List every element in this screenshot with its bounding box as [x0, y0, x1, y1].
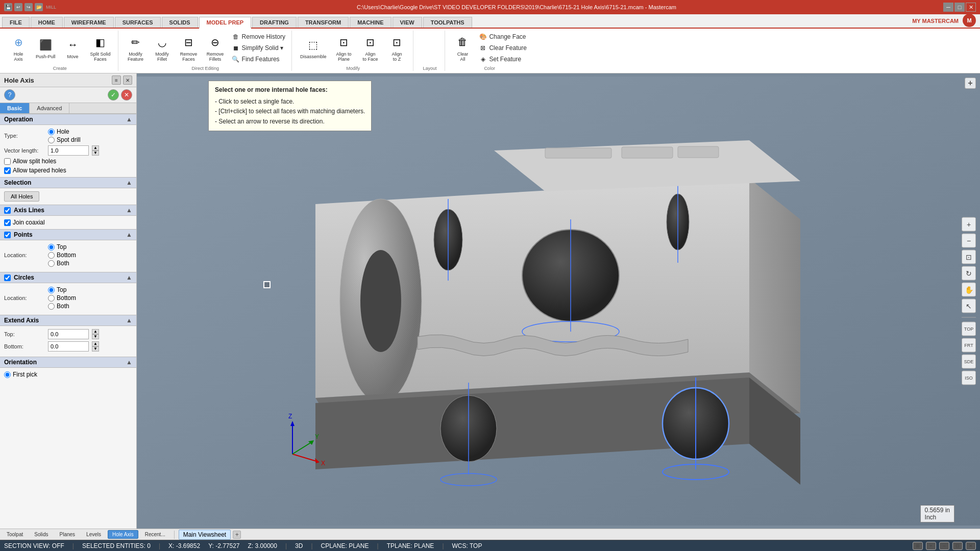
cancel-button[interactable]: ✕: [121, 89, 132, 101]
ok-button[interactable]: ✓: [108, 89, 119, 101]
view-top-button[interactable]: TOP: [962, 322, 976, 336]
clear-all-button[interactable]: 🗑 ClearAll: [450, 32, 475, 64]
remove-history-button[interactable]: 🗑 Remove History: [230, 32, 287, 42]
circles-top-radio[interactable]: [48, 287, 55, 293]
push-pull-button[interactable]: ⬛ Push-Pull: [33, 35, 59, 61]
extend-top-input[interactable]: [48, 329, 89, 339]
view-front-button[interactable]: FRT: [962, 338, 976, 353]
allow-split-holes-checkbox[interactable]: [4, 158, 11, 165]
bottom-tab-levels[interactable]: Levels: [82, 530, 106, 539]
vector-length-down[interactable]: ▼: [92, 151, 99, 156]
status-icon-3[interactable]: −: [939, 542, 949, 550]
tab-solids[interactable]: SOLIDS: [162, 17, 198, 28]
extend-axis-section-header[interactable]: Extend Axis ▲: [0, 315, 136, 326]
extend-bottom-down[interactable]: ▼: [92, 346, 99, 352]
tab-machine[interactable]: MACHINE: [350, 17, 391, 28]
status-icon-1[interactable]: ⊞: [913, 542, 923, 550]
status-icon-5[interactable]: ✕: [966, 542, 976, 550]
points-section-header[interactable]: Points ▲: [0, 229, 136, 240]
extend-bottom-up[interactable]: ▲: [92, 341, 99, 346]
allow-tapered-holes-checkbox[interactable]: [4, 167, 11, 174]
set-feature-button[interactable]: ◈ Set Feature: [477, 54, 528, 64]
orientation-section-header[interactable]: Orientation ▲: [0, 357, 136, 368]
circles-checkbox[interactable]: [4, 274, 11, 281]
undo-icon[interactable]: ↩: [14, 3, 22, 11]
points-both-radio[interactable]: [48, 260, 55, 267]
extend-top-up[interactable]: ▲: [92, 329, 99, 334]
bottom-tab-toolpaths[interactable]: Toolpat: [2, 530, 28, 539]
main-viewsheet-tab[interactable]: Main Viewsheet: [179, 530, 231, 540]
tab-basic[interactable]: Basic: [0, 103, 30, 113]
open-icon[interactable]: 📂: [35, 3, 43, 11]
pan-button[interactable]: ✋: [962, 283, 976, 297]
tab-transform[interactable]: TRANSFORM: [298, 17, 349, 28]
disassemble-button[interactable]: ⬚ Disassemble: [297, 35, 330, 61]
bottom-tab-solids[interactable]: Solids: [30, 530, 53, 539]
zoom-in-button[interactable]: +: [962, 217, 976, 232]
hole-axis-button[interactable]: ⊕ HoleAxis: [6, 32, 31, 64]
circles-section-header[interactable]: Circles ▲: [0, 272, 136, 283]
tab-drafting[interactable]: DRAFTING: [252, 17, 297, 28]
find-features-button[interactable]: 🔍 Find Features: [230, 54, 287, 64]
status-icon-2[interactable]: +: [926, 542, 936, 550]
first-pick-radio[interactable]: [4, 371, 11, 378]
maximize-button[interactable]: □: [954, 3, 965, 12]
remove-faces-button[interactable]: ⊟ RemoveFaces: [177, 32, 201, 64]
extend-bottom-input[interactable]: [48, 341, 89, 352]
remove-fillets-button[interactable]: ⊖ RemoveFillets: [203, 32, 228, 64]
points-checkbox[interactable]: [4, 232, 11, 238]
points-top-radio[interactable]: [48, 244, 55, 251]
panel-float-button[interactable]: ≡: [112, 76, 121, 85]
vector-length-up[interactable]: ▲: [92, 145, 99, 151]
tab-advanced[interactable]: Advanced: [30, 103, 69, 113]
zoom-plus-button[interactable]: +: [965, 78, 976, 89]
axis-lines-section-header[interactable]: Axis Lines ▲: [0, 205, 136, 216]
bottom-tab-recent[interactable]: Recent...: [140, 530, 170, 539]
tab-wireframe[interactable]: WIREFRAME: [64, 17, 114, 28]
select-view-button[interactable]: ↖: [962, 299, 976, 313]
add-viewsheet-button[interactable]: +: [233, 531, 241, 539]
tab-model-prep[interactable]: MODEL PREP: [199, 17, 252, 29]
tab-toolpaths[interactable]: TOOLPATHS: [423, 17, 472, 28]
vector-length-input[interactable]: [48, 145, 89, 156]
tab-file[interactable]: FILE: [2, 17, 30, 28]
tab-view[interactable]: VIEW: [393, 17, 422, 28]
panel-close-button[interactable]: ✕: [123, 76, 132, 85]
split-solid-button[interactable]: ◧ Split SolidFaces: [87, 32, 114, 64]
bottom-tab-planes[interactable]: Planes: [55, 530, 80, 539]
circles-bottom-radio[interactable]: [48, 295, 55, 302]
circles-both-radio[interactable]: [48, 303, 55, 310]
help-button[interactable]: ?: [4, 89, 15, 101]
join-coaxial-checkbox[interactable]: [4, 219, 11, 226]
change-face-button[interactable]: 🎨 Change Face: [477, 32, 528, 42]
close-button[interactable]: ✕: [966, 3, 976, 12]
rotate-button[interactable]: ↻: [962, 266, 976, 281]
selection-section-header[interactable]: Selection ▲: [0, 177, 136, 188]
all-holes-button[interactable]: All Holes: [4, 191, 39, 202]
viewport[interactable]: Z X Y Select one or more internal hole f…: [137, 73, 980, 529]
points-bottom-radio[interactable]: [48, 252, 55, 259]
operation-section-header[interactable]: Operation ▲: [0, 114, 136, 125]
align-to-plane-button[interactable]: ⊡ Align toPlane: [331, 32, 356, 64]
type-spot-radio[interactable]: [48, 137, 55, 143]
move-button[interactable]: ↔ Move: [61, 35, 85, 61]
tab-home[interactable]: HOME: [31, 17, 63, 28]
extend-top-down[interactable]: ▼: [92, 334, 99, 339]
axis-lines-checkbox[interactable]: [4, 207, 11, 214]
bottom-tab-hole-axis[interactable]: Hole Axis: [108, 530, 138, 539]
status-icon-4[interactable]: ⊡: [952, 542, 963, 550]
clear-feature-button[interactable]: ⊠ Clear Feature: [477, 43, 528, 53]
redo-icon[interactable]: ↪: [24, 3, 33, 11]
view-iso-button[interactable]: ISO: [962, 371, 976, 385]
fit-screen-button[interactable]: ⊡: [962, 250, 976, 264]
modify-feature-button[interactable]: ✏ ModifyFeature: [124, 32, 148, 64]
view-side-button[interactable]: SDE: [962, 355, 976, 369]
minimize-button[interactable]: ─: [943, 3, 953, 12]
zoom-out-button[interactable]: −: [962, 234, 976, 248]
align-to-z-button[interactable]: ⊡ Alignto Z: [384, 32, 409, 64]
modify-fillet-button[interactable]: ◡ ModifyFillet: [150, 32, 175, 64]
tab-surfaces[interactable]: SURFACES: [115, 17, 161, 28]
save-icon[interactable]: 💾: [4, 3, 12, 11]
align-to-face-button[interactable]: ⊡ Alignto Face: [358, 32, 382, 64]
type-hole-radio[interactable]: [48, 129, 55, 135]
